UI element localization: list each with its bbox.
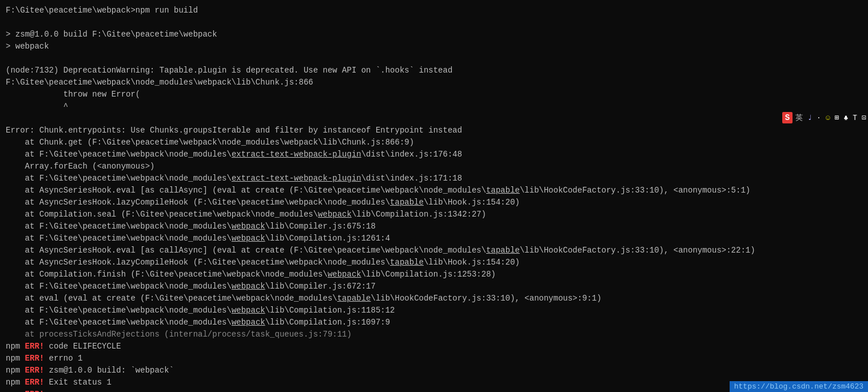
- npm-label: npm: [6, 354, 25, 363]
- terminal-line: at AsyncSeriesHook.lazyCompileHook (F:\G…: [6, 197, 862, 209]
- terminal-line: at F:\Gitee\peacetime\webpack\node_modul…: [6, 317, 862, 329]
- terminal-line-npm-err: npm ERR! errno 1: [6, 353, 862, 365]
- terminal-line: at F:\Gitee\peacetime\webpack\node_modul…: [6, 233, 862, 245]
- npm-err-label: ERR!: [25, 354, 45, 363]
- toolbar-grid-icon[interactable]: ⊞: [833, 112, 841, 123]
- terminal-line: > zsm@1.0.0 build F:\Gitee\peacetime\web…: [6, 29, 862, 41]
- toolbar-music-icon[interactable]: ♩: [806, 112, 814, 123]
- toolbar-club-icon[interactable]: ♣: [842, 113, 850, 123]
- terminal-line: [6, 17, 862, 29]
- system-toolbar: S 英 ♩ · ☺ ⊞ ♣ T ⊡: [782, 111, 868, 124]
- terminal-line: at F:\Gitee\peacetime\webpack\node_modul…: [6, 221, 862, 233]
- terminal-line: throw new Error(: [6, 89, 862, 101]
- terminal-line: at processTicksAndRejections (internal/p…: [6, 329, 862, 341]
- terminal-line: at AsyncSeriesHook.eval [as callAsync] (…: [6, 245, 862, 257]
- terminal-line: (node:7132) DeprecationWarning: Tapable.…: [6, 65, 862, 77]
- terminal-line: at AsyncSeriesHook.eval [as callAsync] (…: [6, 185, 862, 197]
- terminal-line-npm-err: npm ERR! code ELIFECYCLE: [6, 341, 862, 353]
- terminal-line-error: Error: Chunk.entrypoints: Use Chunks.gro…: [6, 125, 862, 137]
- terminal-line: at F:\Gitee\peacetime\webpack\node_modul…: [6, 305, 862, 317]
- terminal-line: > webpack: [6, 41, 862, 53]
- toolbar-text-icon[interactable]: T: [851, 113, 859, 123]
- terminal-line: at Chunk.get (F:\Gitee\peacetime\webpack…: [6, 137, 862, 149]
- terminal-line: Array.forEach (<anonymous>): [6, 161, 862, 173]
- s-logo-icon[interactable]: S: [782, 112, 793, 123]
- terminal-line: at F:\Gitee\peacetime\webpack\node_modul…: [6, 149, 862, 161]
- terminal-line: ^: [6, 101, 862, 113]
- npm-label: npm: [6, 390, 25, 392]
- npm-err-label: ERR!: [25, 342, 45, 351]
- npm-label: npm: [6, 342, 25, 351]
- terminal-line: at F:\Gitee\peacetime\webpack\node_modul…: [6, 173, 862, 185]
- toolbar-dot-icon[interactable]: ·: [815, 113, 823, 123]
- terminal-line: [6, 53, 862, 65]
- terminal-line-npm-err: npm ERR! zsm@1.0.0 build: `webpack`: [6, 365, 862, 377]
- toolbar-language-btn[interactable]: 英: [794, 111, 805, 124]
- terminal-line: F:\Gitee\peacetime\webpack>npm run build: [6, 5, 862, 17]
- terminal-window: F:\Gitee\peacetime\webpack>npm run build…: [0, 0, 868, 392]
- toolbar-box-icon[interactable]: ⊡: [860, 112, 868, 123]
- terminal-line: at Compilation.seal (F:\Gitee\peacetime\…: [6, 209, 862, 221]
- terminal-line: at F:\Gitee\peacetime\webpack\node_modul…: [6, 281, 862, 293]
- terminal-line: at eval (eval at create (F:\Gitee\peacet…: [6, 293, 862, 305]
- url-bar: https://blog.csdn.net/zsm4623: [730, 381, 868, 392]
- npm-err-label: ERR!: [25, 378, 45, 387]
- npm-label: npm: [6, 378, 25, 387]
- toolbar-smiley-icon[interactable]: ☺: [824, 113, 832, 123]
- terminal-line: [6, 113, 862, 125]
- terminal-line: at Compilation.finish (F:\Gitee\peacetim…: [6, 269, 862, 281]
- terminal-line: F:\Gitee\peacetime\webpack\node_modules\…: [6, 77, 862, 89]
- npm-err-label: ERR!: [25, 366, 45, 375]
- url-text: https://blog.csdn.net/zsm4623: [734, 382, 863, 391]
- npm-err-label: ERR!: [25, 390, 45, 392]
- npm-label: npm: [6, 366, 25, 375]
- terminal-line: at AsyncSeriesHook.lazyCompileHook (F:\G…: [6, 257, 862, 269]
